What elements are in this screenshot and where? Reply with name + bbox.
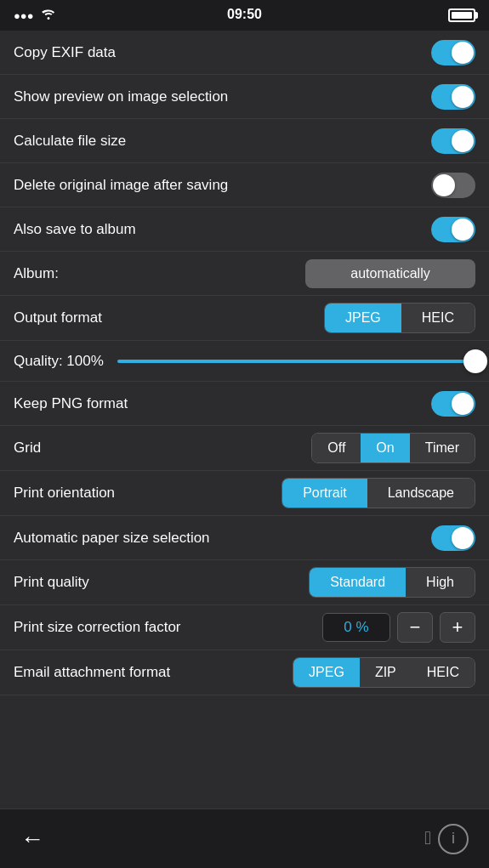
- setting-label-album: Album:: [14, 265, 305, 282]
- bottom-bar: ←  i: [0, 808, 489, 868]
- slider-container: [117, 360, 475, 363]
- toggle-copy-exif[interactable]: [431, 40, 475, 65]
- seg-btn-grid-2[interactable]: Timer: [410, 434, 475, 462]
- setting-label-save-to-album: Also save to album: [14, 221, 431, 238]
- setting-label-print-quality: Print quality: [14, 574, 309, 591]
- status-time: 09:50: [227, 7, 262, 22]
- seg-control-print-orientation: PortraitLandscape: [281, 478, 475, 508]
- setting-row-output-format: Output format JPEGHEIC: [0, 296, 489, 341]
- decrement-button[interactable]: −: [397, 612, 433, 643]
- correction-value: 0 %: [322, 613, 390, 642]
- seg-btn-print-orientation-1[interactable]: Landscape: [367, 479, 475, 508]
- seg-btn-grid-1[interactable]: On: [361, 434, 409, 462]
- status-bar: ●●● 09:50: [0, 0, 489, 31]
- setting-row-grid: Grid OffOnTimer: [0, 426, 489, 471]
- seg-control-email-format: JPEGZIPHEIC: [293, 657, 475, 688]
- setting-row-calculate-file-size: Calculate file size: [0, 119, 489, 163]
- seg-btn-output-format-1[interactable]: HEIC: [401, 304, 475, 332]
- seg-btn-email-format-0[interactable]: JPEG: [293, 658, 360, 687]
- setting-label-grid: Grid: [14, 440, 311, 457]
- seg-btn-print-orientation-0[interactable]: Portrait: [282, 479, 367, 508]
- setting-label-calculate-file-size: Calculate file size: [14, 133, 431, 150]
- setting-label-email-format: Email attachment format: [14, 664, 293, 681]
- back-button[interactable]: ←: [20, 825, 44, 853]
- seg-control-output-format: JPEGHEIC: [324, 303, 475, 333]
- seg-btn-print-quality-1[interactable]: High: [406, 568, 475, 597]
- status-left: ●●●: [14, 8, 56, 23]
- seg-control-print-quality: StandardHigh: [309, 567, 475, 598]
- quality-label: Quality: 100%: [14, 353, 104, 370]
- seg-btn-output-format-0[interactable]: JPEG: [325, 304, 401, 332]
- setting-label-output-format: Output format: [14, 309, 324, 326]
- setting-row-print-orientation: Print orientation PortraitLandscape: [0, 471, 489, 516]
- settings-list: Copy EXIF data Show preview on image sel…: [0, 31, 489, 695]
- setting-row-print-size-correction: Print size correction factor 0 % − +: [0, 605, 489, 650]
- setting-label-delete-original: Delete original image after saving: [14, 177, 431, 194]
- setting-label-keep-png: Keep PNG format: [14, 395, 431, 412]
- setting-row-show-preview: Show preview on image selection: [0, 75, 489, 119]
- seg-control-grid: OffOnTimer: [311, 433, 475, 463]
- setting-row-keep-png: Keep PNG format: [0, 382, 489, 426]
- apple-logo: : [424, 827, 431, 849]
- correction-factor: 0 % − +: [322, 612, 475, 643]
- setting-row-save-to-album: Also save to album: [0, 207, 489, 252]
- setting-label-print-orientation: Print orientation: [14, 485, 281, 502]
- setting-label-auto-paper-size: Automatic paper size selection: [14, 530, 431, 547]
- toggle-calculate-file-size[interactable]: [431, 128, 475, 154]
- setting-row-delete-original: Delete original image after saving: [0, 163, 489, 207]
- setting-row-email-format: Email attachment format JPEGZIPHEIC: [0, 650, 489, 695]
- setting-row-quality: Quality: 100%: [0, 341, 489, 382]
- album-selector[interactable]: automatically: [305, 259, 475, 288]
- seg-btn-email-format-2[interactable]: HEIC: [412, 658, 475, 687]
- toggle-delete-original[interactable]: [431, 173, 475, 198]
- setting-row-album: Album: automatically: [0, 252, 489, 296]
- toggle-keep-png[interactable]: [431, 391, 475, 417]
- signal-icon: ●●●: [14, 9, 34, 22]
- wifi-icon: [41, 8, 56, 23]
- info-button[interactable]: i: [438, 824, 469, 854]
- setting-row-print-quality: Print quality StandardHigh: [0, 560, 489, 605]
- setting-label-show-preview: Show preview on image selection: [14, 88, 431, 105]
- toggle-save-to-album[interactable]: [431, 217, 475, 242]
- seg-btn-email-format-1[interactable]: ZIP: [360, 658, 412, 687]
- slider-knob[interactable]: [463, 349, 487, 373]
- setting-label-print-size-correction: Print size correction factor: [14, 619, 322, 636]
- increment-button[interactable]: +: [440, 612, 475, 643]
- slider-track[interactable]: [117, 360, 475, 363]
- toggle-auto-paper-size[interactable]: [431, 525, 475, 551]
- battery-icon: [448, 9, 475, 22]
- setting-row-auto-paper-size: Automatic paper size selection: [0, 516, 489, 560]
- seg-btn-print-quality-0[interactable]: Standard: [310, 568, 406, 597]
- setting-label-copy-exif: Copy EXIF data: [14, 44, 431, 61]
- toggle-show-preview[interactable]: [431, 84, 475, 110]
- seg-btn-grid-0[interactable]: Off: [312, 434, 361, 462]
- setting-row-copy-exif: Copy EXIF data: [0, 31, 489, 75]
